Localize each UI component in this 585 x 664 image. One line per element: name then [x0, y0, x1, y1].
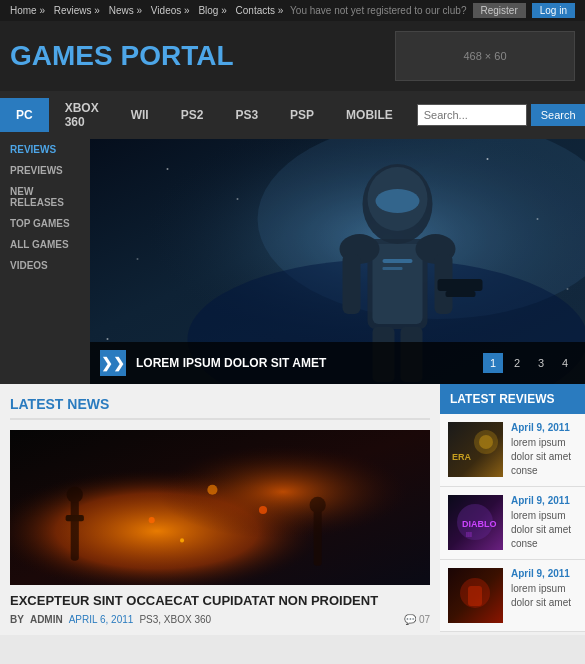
- nav-blog[interactable]: Blog »: [198, 5, 226, 16]
- news-image-svg: [10, 430, 430, 585]
- main-content: LATEST NEWS: [0, 384, 585, 635]
- tab-mobile[interactable]: Mobile: [330, 98, 409, 132]
- hero-caption-bar: ❯❯ LOREM IPSUM DOLOR SIT AMET 1 2 3 4: [90, 342, 585, 384]
- header-ad-banner: 468 × 60: [395, 31, 575, 81]
- news-title-plain: LATEST: [10, 396, 63, 412]
- page-2[interactable]: 2: [507, 353, 527, 373]
- svg-point-36: [180, 538, 184, 542]
- review-thumb-1: ERA: [448, 422, 503, 477]
- news-headline: EXCEPTEUR SINT OCCAECAT CUPIDATAT NON PR…: [10, 593, 430, 608]
- page-4[interactable]: 4: [555, 353, 575, 373]
- page-3[interactable]: 3: [531, 353, 551, 373]
- svg-point-35: [207, 485, 217, 495]
- logo-main: GAMES: [10, 40, 113, 71]
- review-text-3: lorem ipsum dolor sit amet: [511, 582, 577, 610]
- nav-news[interactable]: News »: [109, 5, 142, 16]
- tab-wii[interactable]: WII: [115, 98, 165, 132]
- platform-nav: PC XBOX 360 WII PS2 PS3 PSP Mobile Searc…: [0, 91, 585, 139]
- nav-videos[interactable]: Videos »: [151, 5, 190, 16]
- svg-text:ERA: ERA: [452, 452, 472, 462]
- tab-ps2[interactable]: PS2: [165, 98, 220, 132]
- review-date-1: April 9, 2011: [511, 422, 577, 433]
- svg-text:III: III: [466, 531, 472, 538]
- hero-caption-text: LOREM IPSUM DOLOR SIT AMET: [136, 356, 483, 370]
- submenu-new-releases[interactable]: NEW RELEASES: [0, 181, 90, 213]
- nav-home[interactable]: Home »: [10, 5, 45, 16]
- submenu-wrapper: REVIEWS PREVIEWS NEW RELEASES TOP GAMES …: [0, 139, 90, 384]
- svg-text:DIABLO: DIABLO: [462, 519, 497, 529]
- news-tags[interactable]: PS3, XBOX 360: [139, 614, 211, 625]
- svg-rect-17: [383, 259, 413, 263]
- news-section-title: LATEST NEWS: [10, 396, 430, 420]
- news-date[interactable]: APRIL 6, 2011: [69, 614, 134, 625]
- login-button[interactable]: Log in: [532, 3, 575, 18]
- top-navigation[interactable]: Home » Reviews » News » Videos » Blog » …: [10, 5, 289, 16]
- svg-rect-18: [383, 267, 403, 270]
- svg-point-30: [67, 487, 83, 503]
- svg-point-22: [487, 158, 489, 160]
- svg-point-24: [567, 288, 569, 290]
- review-item-1[interactable]: ERA April 9, 2011 lorem ipsum dolor sit …: [440, 414, 585, 487]
- review-text-2: lorem ipsum dolor sit amet conse: [511, 509, 577, 551]
- news-title-colored: NEWS: [67, 396, 109, 412]
- review-item-3[interactable]: April 9, 2011 lorem ipsum dolor sit amet: [440, 560, 585, 632]
- hero-pagination[interactable]: 1 2 3 4: [483, 353, 575, 373]
- top-bar: Home » Reviews » News » Videos » Blog » …: [0, 0, 585, 21]
- reviews-header: LATEST REVIEWS: [440, 384, 585, 414]
- svg-point-20: [237, 198, 239, 200]
- submenu-previews[interactable]: PREVIEWS: [0, 160, 90, 181]
- svg-point-25: [107, 338, 109, 340]
- register-button[interactable]: Register: [473, 3, 526, 18]
- review-image-3: [448, 568, 503, 623]
- submenu-reviews[interactable]: REVIEWS: [0, 139, 90, 160]
- submenu-videos[interactable]: VIDEOS: [0, 255, 90, 276]
- submenu-all-games[interactable]: ALL GAMES: [0, 234, 90, 255]
- hero-wrapper: REVIEWS PREVIEWS NEW RELEASES TOP GAMES …: [0, 139, 585, 384]
- review-info-2: April 9, 2011 lorem ipsum dolor sit amet…: [511, 495, 577, 551]
- svg-rect-11: [343, 254, 361, 314]
- register-message: You have not yet registered to our club?: [290, 5, 466, 16]
- svg-point-23: [537, 218, 539, 220]
- svg-point-33: [310, 497, 326, 513]
- review-info-3: April 9, 2011 lorem ipsum dolor sit amet: [511, 568, 577, 623]
- submenu-top-games[interactable]: TOP GAMES: [0, 213, 90, 234]
- svg-rect-29: [71, 500, 79, 561]
- news-image-inner: [10, 430, 430, 585]
- review-item-2[interactable]: DIABLO III April 9, 2011 lorem ipsum dol…: [440, 487, 585, 560]
- reviews-title-plain: LATEST: [450, 392, 496, 406]
- tab-ps3[interactable]: PS3: [219, 98, 274, 132]
- review-thumb-2: DIABLO III: [448, 495, 503, 550]
- svg-rect-13: [438, 279, 483, 291]
- top-right-area: You have not yet registered to our club?…: [290, 3, 575, 18]
- svg-rect-32: [314, 510, 322, 566]
- hero-section: ❯❯ LOREM IPSUM DOLOR SIT AMET 1 2 3 4: [90, 139, 585, 384]
- review-image-2: DIABLO III: [448, 495, 503, 550]
- svg-point-6: [376, 189, 420, 213]
- svg-point-19: [167, 168, 169, 170]
- news-comments[interactable]: 💬 07: [404, 614, 430, 625]
- page-1[interactable]: 1: [483, 353, 503, 373]
- nav-reviews[interactable]: Reviews »: [54, 5, 100, 16]
- svg-rect-8: [373, 244, 423, 324]
- tab-psp[interactable]: PSP: [274, 98, 330, 132]
- search-button[interactable]: Search: [531, 104, 585, 126]
- review-text-1: lorem ipsum dolor sit amet conse: [511, 436, 577, 478]
- submenu: REVIEWS PREVIEWS NEW RELEASES TOP GAMES …: [0, 139, 90, 276]
- nav-contacts[interactable]: Contacts »: [236, 5, 284, 16]
- tab-pc[interactable]: PC: [0, 98, 49, 132]
- reviews-title-colored: REVIEWS: [499, 392, 554, 406]
- review-date-3: April 9, 2011: [511, 568, 577, 579]
- news-by-label: BY: [10, 614, 24, 625]
- logo-sub: PORTAL: [120, 40, 233, 71]
- news-meta: BY ADMIN APRIL 6, 2011 PS3, XBOX 360 💬 0…: [10, 614, 430, 625]
- news-author: ADMIN: [30, 614, 63, 625]
- reviews-section: LATEST REVIEWS ERA: [440, 384, 585, 635]
- search-input[interactable]: [417, 104, 527, 126]
- review-thumb-3: [448, 568, 503, 623]
- site-logo: GAMES PORTAL: [10, 40, 234, 72]
- svg-point-37: [259, 506, 267, 514]
- tab-xbox360[interactable]: XBOX 360: [49, 91, 115, 139]
- review-date-2: April 9, 2011: [511, 495, 577, 506]
- news-section: LATEST NEWS: [0, 384, 440, 635]
- review-info-1: April 9, 2011 lorem ipsum dolor sit amet…: [511, 422, 577, 478]
